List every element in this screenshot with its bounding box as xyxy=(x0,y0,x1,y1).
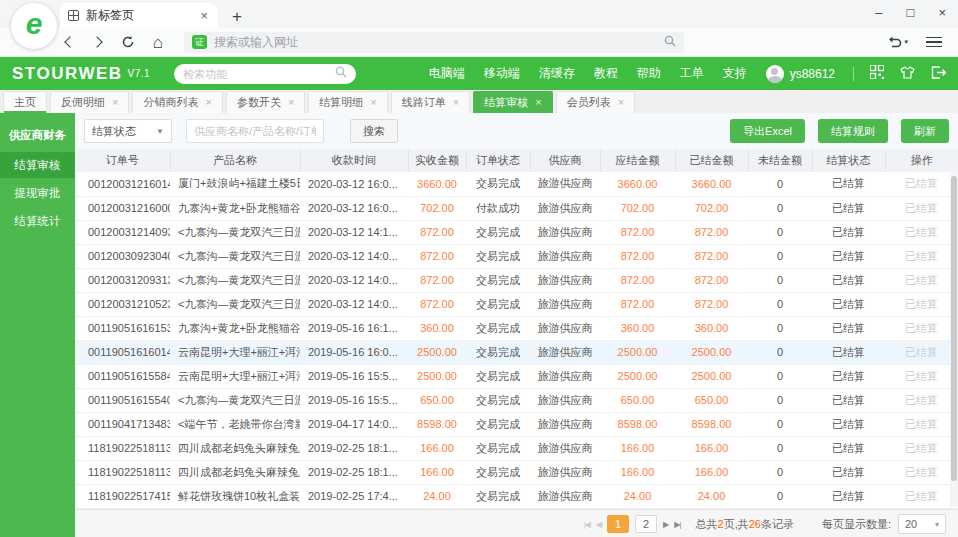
qr-code-icon[interactable] xyxy=(870,65,884,82)
cell-settlement-status: 已结算 xyxy=(812,316,885,340)
logout-icon[interactable] xyxy=(931,66,946,82)
tab-close-icon[interactable]: × xyxy=(370,97,376,108)
cell-settlement-status: 已结算 xyxy=(812,292,885,316)
browser-tab-close-icon[interactable]: × xyxy=(198,8,210,23)
tab-close-icon[interactable]: × xyxy=(453,97,459,108)
settlement-status-select[interactable]: 结算状态 ▼ xyxy=(84,119,172,143)
tab-结算审核[interactable]: 结算审核× xyxy=(473,91,552,113)
scrollbar-thumb[interactable] xyxy=(951,176,957,481)
tab-主页[interactable]: 主页 xyxy=(3,91,47,113)
cell-product-name: <九寨沟—黄龙双汽三日游>... xyxy=(170,244,300,268)
page-button-2[interactable]: 2 xyxy=(635,515,657,533)
table-row[interactable]: 00120031209313...<九寨沟—黄龙双汽三日游>...2020-03… xyxy=(75,268,958,292)
sidebar-item-提现审批[interactable]: 提现审批 xyxy=(0,180,75,206)
menu-item-清缓存[interactable]: 清缓存 xyxy=(539,65,575,82)
page-button-1[interactable]: 1 xyxy=(607,515,629,533)
new-tab-button[interactable]: + xyxy=(232,6,242,28)
tab-结算明细[interactable]: 结算明细× xyxy=(308,91,387,113)
tab-close-icon[interactable]: × xyxy=(205,97,211,108)
export-excel-button[interactable]: 导出Excel xyxy=(730,119,805,143)
table-row[interactable]: 00119051615540...<九寨沟—黄龙双汽三日游>...2019-05… xyxy=(75,388,958,412)
cell-amount-unsettled: 0 xyxy=(748,292,812,316)
cell-operation: 已结算 xyxy=(885,388,958,412)
search-button[interactable]: 搜索 xyxy=(350,119,398,143)
home-button[interactable]: ⌂ xyxy=(146,31,170,53)
browser-logo-icon[interactable]: e xyxy=(11,3,57,49)
table-row[interactable]: 00119041713483...<端午节，老姚带你台湾新体...2019-04… xyxy=(75,412,958,436)
cell-amount-unsettled: 0 xyxy=(748,484,812,508)
browser-tab[interactable]: 新标签页 × xyxy=(60,3,218,28)
table-row[interactable]: 11819022517415...鲜花饼玫瑰饼10枚礼盒装（...2019-02… xyxy=(75,484,958,508)
table-row[interactable]: 00120031210523...<九寨沟—黄龙双汽三日游>...2020-03… xyxy=(75,292,958,316)
cell-product-name: 厦门+鼓浪屿+福建土楼5日4... xyxy=(170,172,300,196)
function-search-box[interactable] xyxy=(174,64,356,84)
tab-close-icon[interactable]: × xyxy=(618,97,624,108)
menu-item-移动端[interactable]: 移动端 xyxy=(484,65,520,82)
page-size-select[interactable]: 20 ▾ xyxy=(898,514,946,534)
col-header-settlement-status: 结算状态 xyxy=(812,149,885,172)
col-header-product-name: 产品名称 xyxy=(170,149,300,172)
table-row[interactable]: 00119051616014...云南昆明+大理+丽江+洱海+...2019-0… xyxy=(75,340,958,364)
table-row[interactable]: 00119051616153...九寨沟+黄龙+卧龙熊猫谷+都...2019-0… xyxy=(75,316,958,340)
next-page-button[interactable]: ▶ xyxy=(663,520,668,529)
tab-close-icon[interactable]: × xyxy=(288,97,294,108)
sidebar-item-结算审核[interactable]: 结算审核 xyxy=(0,152,75,178)
cell-amount-due: 872.00 xyxy=(600,220,675,244)
table-row[interactable]: 00119051615584...云南昆明+大理+丽江+洱海+...2019-0… xyxy=(75,364,958,388)
tab-线路订单[interactable]: 线路订单× xyxy=(391,91,470,113)
refresh-button[interactable]: 刷新 xyxy=(901,119,949,143)
table-row[interactable]: 00120031214093...<九寨沟—黄龙双汽三日游>...2020-03… xyxy=(75,220,958,244)
tab-参数开关[interactable]: 参数开关× xyxy=(226,91,305,113)
tab-反佣明细[interactable]: 反佣明细× xyxy=(50,91,129,113)
chevron-down-icon: ▾ xyxy=(904,38,908,46)
sidebar-item-结算统计[interactable]: 结算统计 xyxy=(0,208,75,234)
cell-operation: 已结算 xyxy=(885,484,958,508)
table-row[interactable]: 00120030923040...<九寨沟—黄龙双汽三日游>...2020-03… xyxy=(75,244,958,268)
content-panel: 结算状态 ▼ 搜索 导出Excel 结算规则 刷新 订单号产品名称收款时间实收金… xyxy=(75,113,958,537)
app-version: V7.1 xyxy=(128,68,151,79)
table-row[interactable]: 00120031216014...厦门+鼓浪屿+福建土楼5日4...2020-0… xyxy=(75,172,958,196)
site-badge-icon: 证 xyxy=(192,35,207,49)
cell-amount-settled: 2500.00 xyxy=(675,364,748,388)
window-maximize-button[interactable]: □ xyxy=(907,5,915,20)
address-input[interactable] xyxy=(214,35,657,49)
address-search-icon[interactable] xyxy=(664,35,676,50)
tab-close-icon[interactable]: × xyxy=(535,97,541,108)
cell-operation: 已结算 xyxy=(885,244,958,268)
last-page-button[interactable]: ▶| xyxy=(674,520,680,529)
keyword-search-input[interactable] xyxy=(186,119,324,143)
tab-分销商列表[interactable]: 分销商列表× xyxy=(132,91,222,113)
menu-item-支持[interactable]: 支持 xyxy=(723,65,747,82)
function-search-input[interactable] xyxy=(183,68,335,80)
search-icon[interactable] xyxy=(335,66,347,81)
settlement-rules-button[interactable]: 结算规则 xyxy=(818,119,888,143)
user-account[interactable]: ys88612 xyxy=(766,65,835,83)
menu-item-教程[interactable]: 教程 xyxy=(594,65,618,82)
window-close-button[interactable]: × xyxy=(938,5,946,20)
forward-button[interactable] xyxy=(86,31,110,53)
prev-page-button[interactable]: ◀ xyxy=(596,520,601,529)
cell-order-status: 交易完成 xyxy=(466,220,530,244)
vertical-scrollbar[interactable] xyxy=(950,172,958,507)
recently-closed-icon[interactable]: ▾ xyxy=(887,36,908,49)
first-page-button[interactable]: |◀ xyxy=(584,520,590,529)
tab-close-icon[interactable]: × xyxy=(112,97,118,108)
back-button[interactable] xyxy=(56,31,80,53)
menu-item-帮助[interactable]: 帮助 xyxy=(637,65,661,82)
skin-shirt-icon[interactable] xyxy=(900,66,915,82)
table-row[interactable]: 11819022518113...四川成都老妈兔头麻辣兔腿自...2019-02… xyxy=(75,436,958,460)
reload-icon[interactable] xyxy=(116,31,140,53)
menu-item-电脑端[interactable]: 电脑端 xyxy=(429,65,465,82)
menu-item-工单[interactable]: 工单 xyxy=(680,65,704,82)
tab-会员列表[interactable]: 会员列表× xyxy=(556,91,635,113)
table-row[interactable]: 11819022518113...四川成都老妈兔头麻辣兔腿自...2019-02… xyxy=(75,460,958,484)
tab-label: 线路订单 xyxy=(402,95,446,110)
cell-payment-time: 2019-05-16 16:0... xyxy=(300,340,408,364)
table-row[interactable]: 00120031216000...九寨沟+黄龙+卧龙熊猫谷+都...2020-0… xyxy=(75,196,958,220)
address-bar[interactable]: 证 xyxy=(184,32,684,53)
cell-amount-due: 702.00 xyxy=(600,196,675,220)
cell-amount-received: 166.00 xyxy=(408,436,466,460)
cell-order-status: 交易完成 xyxy=(466,364,530,388)
browser-menu-icon[interactable] xyxy=(926,37,942,48)
window-minimize-button[interactable]: – xyxy=(875,5,882,20)
